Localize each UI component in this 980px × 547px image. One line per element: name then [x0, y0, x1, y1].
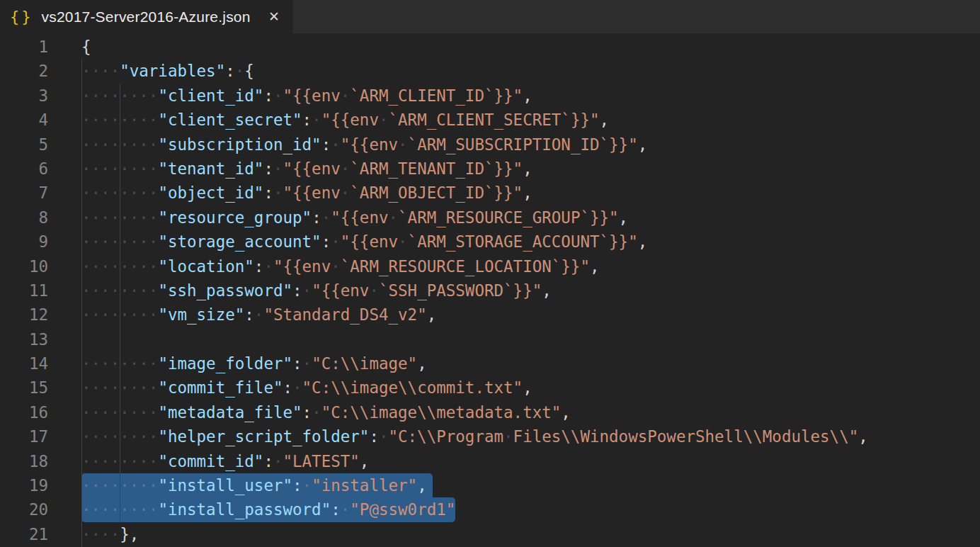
whitespace-dot: ·	[81, 354, 91, 373]
json-key: "metadata_file"	[158, 403, 302, 422]
line-number[interactable]: 9	[0, 230, 48, 254]
json-braces-icon: {}	[10, 8, 33, 26]
line-number[interactable]: 15	[0, 376, 48, 400]
code-line-19[interactable]: 19········"install_user":·"installer",	[0, 473, 980, 497]
code-line-17[interactable]: 17········"helper_script_folder":·"C:\\P…	[0, 424, 980, 449]
line-number[interactable]: 3	[0, 84, 48, 108]
code-line-12[interactable]: 12········"vm_size":·"Standard_DS4_v2",	[0, 303, 980, 327]
code-line-20[interactable]: 20········"install_password":·"P@ssw0rd1…	[0, 497, 980, 521]
line-number[interactable]: 2	[0, 59, 48, 83]
selection-highlight: ········"install_user":·"installer",	[81, 473, 433, 497]
whitespace-dot: ·	[503, 427, 513, 446]
whitespace-dot: ·	[91, 476, 101, 495]
indent-guide-level-1	[81, 59, 82, 547]
code-line-6[interactable]: 6········"tenant_id":·"{{env·`ARM_TENANT…	[0, 157, 980, 181]
code-line-5[interactable]: 5········"subscription_id":·"{{env·`ARM_…	[0, 132, 980, 157]
whitespace-dot: ·	[91, 525, 101, 543]
whitespace-dot: ·	[139, 159, 149, 178]
whitespace-dot: ·	[379, 111, 389, 129]
line-number[interactable]: 12	[0, 303, 48, 327]
code-line-4[interactable]: 4········"client_secret":·"{{env·`ARM_CL…	[0, 108, 980, 132]
json-string-value: "{{env	[273, 257, 331, 276]
line-number[interactable]: 5	[0, 132, 48, 157]
code-line-2[interactable]: 2····"variables":·{	[0, 59, 980, 83]
editor-code-area[interactable]: 1{2····"variables":·{3········"client_id…	[0, 33, 980, 547]
line-content: ········"commit_id":·"LATEST",	[81, 449, 369, 473]
line-number[interactable]: 20	[0, 497, 48, 521]
code-line-14[interactable]: 14········"image_folder":·"C:\\image",	[0, 351, 980, 376]
whitespace-dot: ·	[273, 452, 283, 470]
code-line-7[interactable]: 7········"object_id":·"{{env·`ARM_OBJECT…	[0, 181, 980, 205]
code-line-13[interactable]: 13	[0, 327, 980, 351]
whitespace-dot: ·	[130, 232, 139, 251]
json-string-value: "{{env	[341, 232, 398, 251]
whitespace-dot: ·	[91, 111, 101, 129]
whitespace-dot: ·	[120, 403, 130, 422]
whitespace-dot: ·	[130, 476, 139, 495]
whitespace-dot: ·	[101, 354, 110, 373]
json-string-value: `ARM_RESOURCE_GROUP`}}"	[398, 208, 619, 227]
line-number[interactable]: 8	[0, 205, 48, 230]
json-key: "location"	[158, 257, 253, 276]
line-number[interactable]: 13	[0, 327, 48, 351]
code-line-10[interactable]: 10········"location":·"{{env·`ARM_RESOUR…	[0, 254, 980, 278]
whitespace-dot: ·	[101, 135, 110, 154]
whitespace-dot: ·	[120, 232, 130, 251]
whitespace-dot: ·	[120, 208, 130, 227]
code-line-16[interactable]: 16········"metadata_file":·"C:\\image\\m…	[0, 400, 980, 424]
whitespace-dot: ·	[273, 86, 283, 105]
whitespace-dot: ·	[91, 159, 101, 178]
line-number[interactable]: 18	[0, 449, 48, 473]
whitespace-dot: ·	[91, 232, 101, 251]
code-line-21[interactable]: 21····},	[0, 522, 980, 546]
line-number[interactable]: 10	[0, 254, 48, 278]
code-line-18[interactable]: 18········"commit_id":·"LATEST",	[0, 449, 980, 473]
line-number[interactable]: 4	[0, 108, 48, 132]
whitespace-dot: ·	[149, 476, 159, 495]
line-number[interactable]: 16	[0, 400, 48, 424]
tab-close-icon[interactable]: ✕	[267, 9, 281, 25]
whitespace-dot: ·	[302, 476, 312, 495]
whitespace-dot: ·	[130, 354, 139, 373]
code-line-3[interactable]: 3········"client_id":·"{{env·`ARM_CLIENT…	[0, 84, 980, 108]
whitespace-dot: ·	[130, 159, 139, 178]
line-number[interactable]: 1	[0, 35, 48, 59]
json-key: "tenant_id"	[158, 159, 263, 178]
tab-vs2017-server2016-azure-json[interactable]: {} vs2017-Server2016-Azure.json ✕	[0, 0, 292, 33]
whitespace-dot: ·	[130, 281, 139, 300]
code-line-11[interactable]: 11········"ssh_password":·"{{env·`SSH_PA…	[0, 278, 980, 303]
line-number[interactable]: 6	[0, 157, 48, 181]
json-string-value: `ARM_STORAGE_ACCOUNT`}}"	[408, 232, 638, 251]
json-punctuation: :	[254, 257, 264, 276]
whitespace-dot: ·	[341, 159, 351, 178]
whitespace-dot: ·	[101, 159, 110, 178]
whitespace-dot: ·	[120, 86, 130, 105]
whitespace-dot: ·	[110, 135, 120, 154]
line-content: {	[81, 35, 91, 59]
json-punctuation: :	[292, 476, 302, 495]
line-number[interactable]: 7	[0, 181, 48, 205]
line-number[interactable]: 14	[0, 351, 48, 376]
code-line-8[interactable]: 8········"resource_group":·"{{env·`ARM_R…	[0, 205, 980, 230]
line-number[interactable]: 19	[0, 473, 48, 497]
code-line-9[interactable]: 9········"storage_account":·"{{env·`ARM_…	[0, 230, 980, 254]
json-punctuation: ,	[619, 208, 629, 227]
code-line-1[interactable]: 1{	[0, 35, 980, 59]
whitespace-dot: ·	[302, 281, 312, 300]
json-key: "storage_account"	[158, 232, 321, 251]
code-line-15[interactable]: 15········"commit_file":·"C:\\image\\com…	[0, 376, 980, 400]
whitespace-dot: ·	[302, 354, 312, 373]
whitespace-dot: ·	[81, 305, 91, 324]
whitespace-dot: ·	[91, 281, 101, 300]
json-key: "vm_size"	[158, 305, 244, 324]
whitespace-dot: ·	[273, 159, 283, 178]
line-content: ····"variables":·{	[81, 59, 254, 83]
line-content: ········"resource_group":·"{{env·`ARM_RE…	[81, 205, 628, 230]
line-number[interactable]: 21	[0, 522, 48, 546]
json-punctuation: :	[321, 232, 331, 251]
whitespace-dot: ·	[110, 62, 120, 80]
json-punctuation: ,	[417, 476, 427, 495]
line-number[interactable]: 17	[0, 424, 48, 449]
line-content: ········"install_password":·"P@ssw0rd1"	[81, 497, 455, 521]
line-number[interactable]: 11	[0, 278, 48, 303]
